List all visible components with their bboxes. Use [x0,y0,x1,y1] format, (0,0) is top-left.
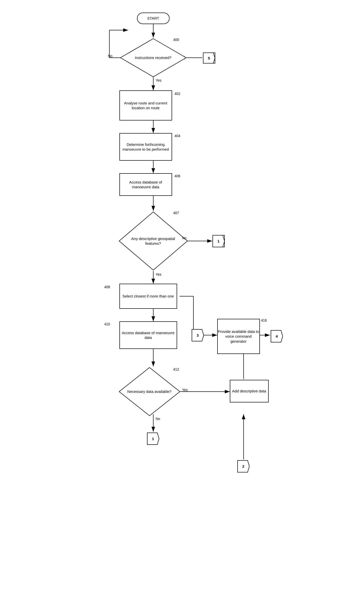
node-1a: 1 [212,234,226,248]
node-408-text: Select closest if more than one [122,294,174,299]
node-416: Provide available data to voice command … [217,319,260,354]
node-3: 3 [191,328,205,342]
node-402: Analyse route and current location on ro… [119,90,172,120]
node-402-text: Analyse route and current location on ro… [120,101,172,110]
node-408: Select closest if more than one [119,284,177,309]
node-1b: 1 [146,432,160,446]
yes-label-407: Yes [156,272,162,276]
ref-406: 406 [175,174,180,178]
flowchart-diagram: START 400 Instructions received? 5 No Ye… [94,5,270,597]
diamond-400: Instructions received? [119,38,187,78]
diamond-407: Any descriptive geospatial features? [118,211,188,271]
node-414-text: Add descriptive data [232,389,266,394]
ref-404: 404 [175,134,180,138]
diamond-407-text: Any descriptive geospatial features? [118,211,188,271]
yes-label-400: Yes [156,78,162,82]
node-1b-label: 1 [152,437,154,441]
node-3-label: 3 [197,333,199,337]
node-404-text: Determine forthcoming manoeuvre to be pe… [120,142,172,152]
ref-416: 416 [261,318,267,322]
ref-402: 402 [175,92,180,96]
start-label: START [147,16,159,21]
no-label-412: No [156,417,160,421]
node-406-text: Access database of manoeuvre data [120,180,172,190]
ref-410: 410 [104,322,110,326]
node-404: Determine forthcoming manoeuvre to be pe… [119,133,172,161]
node-414: Add descriptive data [230,380,269,402]
no-label-400: No [108,54,113,58]
diamond-412: Necessary data available? [118,367,181,417]
start-node: START [137,13,170,24]
node-416-text: Provide available data to voice command … [218,329,259,344]
node-5: 5 [202,52,216,64]
node-4: 4 [270,329,284,343]
node-4-label: 4 [276,334,278,338]
yes-label-412: Yes [182,388,188,392]
node-2-label: 2 [242,464,244,468]
diamond-412-text: Necessary data available? [118,367,181,417]
node-410: Access database of manoeuvre data [119,321,177,349]
node-406: Access database of manoeuvre data [119,173,172,196]
diamond-400-text: Instructions received? [119,38,187,78]
node-5-label: 5 [208,56,210,60]
node-2: 2 [237,459,250,473]
node-1a-label: 1 [217,239,220,243]
ref-408: 408 [104,285,110,289]
node-410-text: Access database of manoeuvre data [120,330,177,340]
